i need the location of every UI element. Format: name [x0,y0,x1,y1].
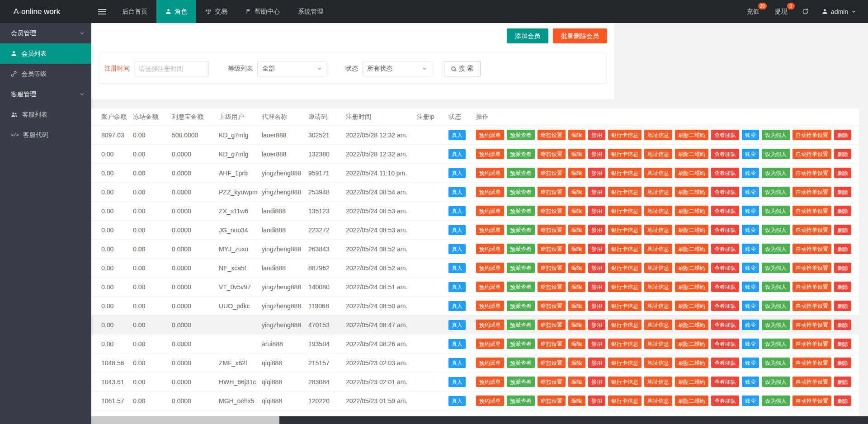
hidden-deduction-settings-button[interactable]: 暗扣设置 [538,358,566,368]
edit-button[interactable]: 编辑 [568,282,585,292]
hidden-deduction-settings-button[interactable]: 暗扣设置 [538,377,566,387]
disable-button[interactable]: 禁用 [588,320,605,330]
predispatch-view-button[interactable]: 预派查看 [507,396,535,406]
disable-button[interactable]: 禁用 [588,130,605,140]
search-button[interactable]: 搜 索 [444,61,481,76]
predispatch-view-button[interactable]: 预派查看 [507,187,535,197]
level-select[interactable]: 全部 [257,61,326,76]
bank-card-info-button[interactable]: 银行卡信息 [608,320,642,330]
edit-button[interactable]: 编辑 [568,377,585,387]
edit-button[interactable]: 编辑 [568,225,585,235]
status-select[interactable]: 所有状态 [362,61,431,76]
refresh-qrcode-button[interactable]: 刷新二维码 [675,263,708,273]
predispatch-view-button[interactable]: 预派查看 [507,263,535,273]
bank-card-info-button[interactable]: 银行卡信息 [608,130,642,140]
set-as-bot-button[interactable]: 设为假人 [762,282,790,292]
set-as-bot-button[interactable]: 设为假人 [762,168,790,178]
disable-button[interactable]: 禁用 [588,187,605,197]
predispatch-view-button[interactable]: 预派查看 [507,339,535,349]
auto-grab-settings-button[interactable]: 自动抢单设置 [793,377,831,387]
delete-button[interactable]: 删除 [834,282,851,292]
account-change-button[interactable]: 账变 [742,130,759,140]
hidden-deduction-settings-button[interactable]: 暗扣设置 [538,282,566,292]
reserve-dispatch-button[interactable]: 预约派单 [476,396,504,406]
predispatch-view-button[interactable]: 预派查看 [507,301,535,311]
reserve-dispatch-button[interactable]: 预约派单 [476,244,504,254]
predispatch-view-button[interactable]: 预派查看 [507,130,535,140]
reserve-dispatch-button[interactable]: 预约派单 [476,358,504,368]
refresh-qrcode-button[interactable]: 刷新二维码 [675,320,708,330]
refresh-qrcode-button[interactable]: 刷新二维码 [675,225,708,235]
auto-grab-settings-button[interactable]: 自动抢单设置 [793,282,831,292]
edit-button[interactable]: 编辑 [568,320,585,330]
address-info-button[interactable]: 地址信息 [644,320,672,330]
refresh-qrcode-button[interactable]: 刷新二维码 [675,149,708,159]
reserve-dispatch-button[interactable]: 预约派单 [476,149,504,159]
hidden-deduction-settings-button[interactable]: 暗扣设置 [538,168,566,178]
reserve-dispatch-button[interactable]: 预约派单 [476,130,504,140]
add-member-button[interactable]: 添加会员 [507,28,548,43]
bank-card-info-button[interactable]: 银行卡信息 [608,263,642,273]
account-change-button[interactable]: 账变 [742,377,759,387]
view-team-button[interactable]: 查看团队 [711,130,739,140]
delete-button[interactable]: 删除 [834,301,851,311]
predispatch-view-button[interactable]: 预派查看 [507,377,535,387]
edit-button[interactable]: 编辑 [568,206,585,216]
sidebar-item-service-code[interactable]: </>客服代码 [0,125,91,145]
reserve-dispatch-button[interactable]: 预约派单 [476,282,504,292]
refresh-icon[interactable] [795,0,816,23]
sidebar-item-service-list[interactable]: 客服列表 [0,104,91,125]
disable-button[interactable]: 禁用 [588,396,605,406]
reserve-dispatch-button[interactable]: 预约派单 [476,168,504,178]
edit-button[interactable]: 编辑 [568,244,585,254]
hidden-deduction-settings-button[interactable]: 暗扣设置 [538,149,566,159]
account-change-button[interactable]: 账变 [742,187,759,197]
set-as-bot-button[interactable]: 设为假人 [762,130,790,140]
refresh-qrcode-button[interactable]: 刷新二维码 [675,396,708,406]
edit-button[interactable]: 编辑 [568,301,585,311]
disable-button[interactable]: 禁用 [588,168,605,178]
disable-button[interactable]: 禁用 [588,263,605,273]
account-change-button[interactable]: 账变 [742,301,759,311]
predispatch-view-button[interactable]: 预派查看 [507,168,535,178]
hidden-deduction-settings-button[interactable]: 暗扣设置 [538,244,566,254]
bank-card-info-button[interactable]: 银行卡信息 [608,187,642,197]
disable-button[interactable]: 禁用 [588,149,605,159]
recharge-link[interactable]: 充值 39 [739,0,767,23]
bank-card-info-button[interactable]: 银行卡信息 [608,225,642,235]
hidden-deduction-settings-button[interactable]: 暗扣设置 [538,301,566,311]
set-as-bot-button[interactable]: 设为假人 [762,263,790,273]
address-info-button[interactable]: 地址信息 [644,130,672,140]
hidden-deduction-settings-button[interactable]: 暗扣设置 [538,396,566,406]
sidebar-item-member-list[interactable]: 会员列表 [0,43,91,64]
refresh-qrcode-button[interactable]: 刷新二维码 [675,301,708,311]
auto-grab-settings-button[interactable]: 自动抢单设置 [793,358,831,368]
disable-button[interactable]: 禁用 [588,282,605,292]
bank-card-info-button[interactable]: 银行卡信息 [608,149,642,159]
set-as-bot-button[interactable]: 设为假人 [762,187,790,197]
account-change-button[interactable]: 账变 [742,149,759,159]
view-team-button[interactable]: 查看团队 [711,339,739,349]
view-team-button[interactable]: 查看团队 [711,168,739,178]
auto-grab-settings-button[interactable]: 自动抢单设置 [793,168,831,178]
bank-card-info-button[interactable]: 银行卡信息 [608,396,642,406]
edit-button[interactable]: 编辑 [568,263,585,273]
view-team-button[interactable]: 查看团队 [711,244,739,254]
address-info-button[interactable]: 地址信息 [644,187,672,197]
disable-button[interactable]: 禁用 [588,225,605,235]
refresh-qrcode-button[interactable]: 刷新二维码 [675,168,708,178]
disable-button[interactable]: 禁用 [588,377,605,387]
bank-card-info-button[interactable]: 银行卡信息 [608,339,642,349]
hidden-deduction-settings-button[interactable]: 暗扣设置 [538,206,566,216]
delete-button[interactable]: 删除 [834,130,851,140]
view-team-button[interactable]: 查看团队 [711,358,739,368]
bank-card-info-button[interactable]: 银行卡信息 [608,377,642,387]
view-team-button[interactable]: 查看团队 [711,187,739,197]
auto-grab-settings-button[interactable]: 自动抢单设置 [793,263,831,273]
predispatch-view-button[interactable]: 预派查看 [507,149,535,159]
address-info-button[interactable]: 地址信息 [644,282,672,292]
scrollbar-thumb[interactable] [91,416,279,424]
hidden-deduction-settings-button[interactable]: 暗扣设置 [538,339,566,349]
nav-item-system[interactable]: 系统管理 [289,0,332,23]
address-info-button[interactable]: 地址信息 [644,339,672,349]
